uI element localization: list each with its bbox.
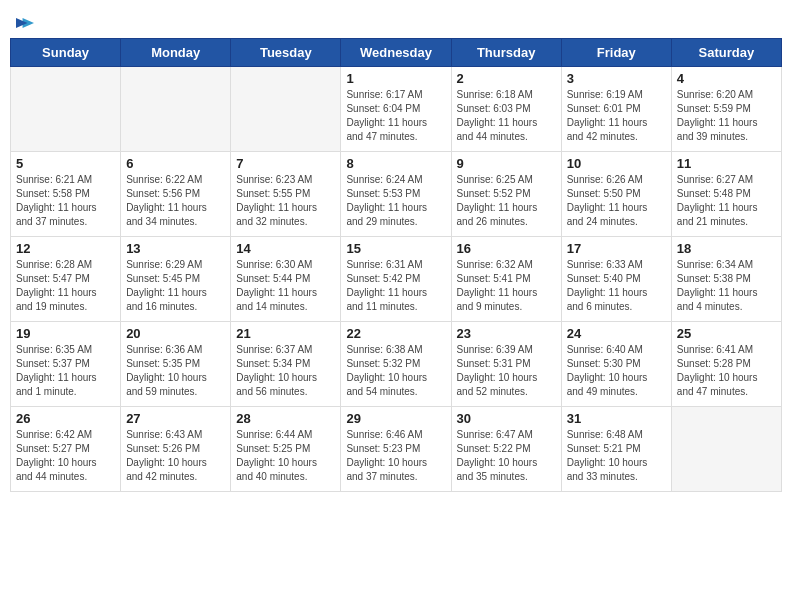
day-info: Sunrise: 6:21 AMSunset: 5:58 PMDaylight:…: [16, 173, 115, 229]
day-info: Sunrise: 6:46 AMSunset: 5:23 PMDaylight:…: [346, 428, 445, 484]
day-number: 20: [126, 326, 225, 341]
day-number: 16: [457, 241, 556, 256]
calendar-cell: 8Sunrise: 6:24 AMSunset: 5:53 PMDaylight…: [341, 152, 451, 237]
weekday-header-friday: Friday: [561, 39, 671, 67]
calendar-cell: 18Sunrise: 6:34 AMSunset: 5:38 PMDayligh…: [671, 237, 781, 322]
day-info: Sunrise: 6:38 AMSunset: 5:32 PMDaylight:…: [346, 343, 445, 399]
day-info: Sunrise: 6:30 AMSunset: 5:44 PMDaylight:…: [236, 258, 335, 314]
day-number: 28: [236, 411, 335, 426]
weekday-header-saturday: Saturday: [671, 39, 781, 67]
calendar-cell: 23Sunrise: 6:39 AMSunset: 5:31 PMDayligh…: [451, 322, 561, 407]
calendar-cell: 21Sunrise: 6:37 AMSunset: 5:34 PMDayligh…: [231, 322, 341, 407]
day-number: 18: [677, 241, 776, 256]
day-info: Sunrise: 6:39 AMSunset: 5:31 PMDaylight:…: [457, 343, 556, 399]
day-number: 23: [457, 326, 556, 341]
calendar-cell: 25Sunrise: 6:41 AMSunset: 5:28 PMDayligh…: [671, 322, 781, 407]
page-header: [10, 10, 782, 30]
calendar-cell: 12Sunrise: 6:28 AMSunset: 5:47 PMDayligh…: [11, 237, 121, 322]
day-info: Sunrise: 6:44 AMSunset: 5:25 PMDaylight:…: [236, 428, 335, 484]
day-number: 2: [457, 71, 556, 86]
day-number: 8: [346, 156, 445, 171]
day-number: 7: [236, 156, 335, 171]
calendar-cell: 9Sunrise: 6:25 AMSunset: 5:52 PMDaylight…: [451, 152, 561, 237]
calendar-cell: 16Sunrise: 6:32 AMSunset: 5:41 PMDayligh…: [451, 237, 561, 322]
day-number: 14: [236, 241, 335, 256]
day-number: 22: [346, 326, 445, 341]
weekday-header-monday: Monday: [121, 39, 231, 67]
calendar-cell: 7Sunrise: 6:23 AMSunset: 5:55 PMDaylight…: [231, 152, 341, 237]
day-number: 12: [16, 241, 115, 256]
day-info: Sunrise: 6:27 AMSunset: 5:48 PMDaylight:…: [677, 173, 776, 229]
calendar-table: SundayMondayTuesdayWednesdayThursdayFrid…: [10, 38, 782, 492]
day-info: Sunrise: 6:43 AMSunset: 5:26 PMDaylight:…: [126, 428, 225, 484]
day-number: 9: [457, 156, 556, 171]
weekday-header-thursday: Thursday: [451, 39, 561, 67]
weekday-header-tuesday: Tuesday: [231, 39, 341, 67]
calendar-cell: 11Sunrise: 6:27 AMSunset: 5:48 PMDayligh…: [671, 152, 781, 237]
day-number: 19: [16, 326, 115, 341]
day-info: Sunrise: 6:32 AMSunset: 5:41 PMDaylight:…: [457, 258, 556, 314]
logo: [14, 10, 34, 30]
day-number: 31: [567, 411, 666, 426]
day-number: 24: [567, 326, 666, 341]
day-info: Sunrise: 6:36 AMSunset: 5:35 PMDaylight:…: [126, 343, 225, 399]
day-info: Sunrise: 6:31 AMSunset: 5:42 PMDaylight:…: [346, 258, 445, 314]
calendar-cell: 26Sunrise: 6:42 AMSunset: 5:27 PMDayligh…: [11, 407, 121, 492]
day-info: Sunrise: 6:42 AMSunset: 5:27 PMDaylight:…: [16, 428, 115, 484]
day-number: 26: [16, 411, 115, 426]
calendar-cell: 15Sunrise: 6:31 AMSunset: 5:42 PMDayligh…: [341, 237, 451, 322]
day-number: 5: [16, 156, 115, 171]
day-info: Sunrise: 6:29 AMSunset: 5:45 PMDaylight:…: [126, 258, 225, 314]
calendar-cell: 20Sunrise: 6:36 AMSunset: 5:35 PMDayligh…: [121, 322, 231, 407]
day-number: 6: [126, 156, 225, 171]
calendar-cell: 10Sunrise: 6:26 AMSunset: 5:50 PMDayligh…: [561, 152, 671, 237]
calendar-cell: 19Sunrise: 6:35 AMSunset: 5:37 PMDayligh…: [11, 322, 121, 407]
day-number: 27: [126, 411, 225, 426]
day-number: 1: [346, 71, 445, 86]
day-info: Sunrise: 6:47 AMSunset: 5:22 PMDaylight:…: [457, 428, 556, 484]
day-number: 15: [346, 241, 445, 256]
day-info: Sunrise: 6:28 AMSunset: 5:47 PMDaylight:…: [16, 258, 115, 314]
calendar-cell: 5Sunrise: 6:21 AMSunset: 5:58 PMDaylight…: [11, 152, 121, 237]
calendar-cell: 30Sunrise: 6:47 AMSunset: 5:22 PMDayligh…: [451, 407, 561, 492]
day-number: 10: [567, 156, 666, 171]
day-info: Sunrise: 6:33 AMSunset: 5:40 PMDaylight:…: [567, 258, 666, 314]
calendar-cell: 6Sunrise: 6:22 AMSunset: 5:56 PMDaylight…: [121, 152, 231, 237]
calendar-cell: 31Sunrise: 6:48 AMSunset: 5:21 PMDayligh…: [561, 407, 671, 492]
calendar-cell: 24Sunrise: 6:40 AMSunset: 5:30 PMDayligh…: [561, 322, 671, 407]
day-info: Sunrise: 6:37 AMSunset: 5:34 PMDaylight:…: [236, 343, 335, 399]
day-number: 25: [677, 326, 776, 341]
calendar-cell: 22Sunrise: 6:38 AMSunset: 5:32 PMDayligh…: [341, 322, 451, 407]
calendar-cell: 27Sunrise: 6:43 AMSunset: 5:26 PMDayligh…: [121, 407, 231, 492]
calendar-cell: 4Sunrise: 6:20 AMSunset: 5:59 PMDaylight…: [671, 67, 781, 152]
day-number: 4: [677, 71, 776, 86]
day-number: 13: [126, 241, 225, 256]
logo-icon: [16, 16, 34, 30]
weekday-header-wednesday: Wednesday: [341, 39, 451, 67]
calendar-cell: 1Sunrise: 6:17 AMSunset: 6:04 PMDaylight…: [341, 67, 451, 152]
day-info: Sunrise: 6:35 AMSunset: 5:37 PMDaylight:…: [16, 343, 115, 399]
calendar-cell: [231, 67, 341, 152]
calendar-cell: 28Sunrise: 6:44 AMSunset: 5:25 PMDayligh…: [231, 407, 341, 492]
day-info: Sunrise: 6:17 AMSunset: 6:04 PMDaylight:…: [346, 88, 445, 144]
day-number: 29: [346, 411, 445, 426]
logo-text: [14, 10, 34, 34]
weekday-header-sunday: Sunday: [11, 39, 121, 67]
calendar-cell: 3Sunrise: 6:19 AMSunset: 6:01 PMDaylight…: [561, 67, 671, 152]
day-info: Sunrise: 6:40 AMSunset: 5:30 PMDaylight:…: [567, 343, 666, 399]
calendar-cell: 14Sunrise: 6:30 AMSunset: 5:44 PMDayligh…: [231, 237, 341, 322]
day-info: Sunrise: 6:18 AMSunset: 6:03 PMDaylight:…: [457, 88, 556, 144]
day-number: 21: [236, 326, 335, 341]
day-info: Sunrise: 6:23 AMSunset: 5:55 PMDaylight:…: [236, 173, 335, 229]
day-number: 17: [567, 241, 666, 256]
day-info: Sunrise: 6:22 AMSunset: 5:56 PMDaylight:…: [126, 173, 225, 229]
calendar-cell: 17Sunrise: 6:33 AMSunset: 5:40 PMDayligh…: [561, 237, 671, 322]
calendar-cell: [11, 67, 121, 152]
day-number: 11: [677, 156, 776, 171]
day-info: Sunrise: 6:34 AMSunset: 5:38 PMDaylight:…: [677, 258, 776, 314]
day-info: Sunrise: 6:26 AMSunset: 5:50 PMDaylight:…: [567, 173, 666, 229]
calendar-cell: 2Sunrise: 6:18 AMSunset: 6:03 PMDaylight…: [451, 67, 561, 152]
day-info: Sunrise: 6:19 AMSunset: 6:01 PMDaylight:…: [567, 88, 666, 144]
day-info: Sunrise: 6:24 AMSunset: 5:53 PMDaylight:…: [346, 173, 445, 229]
day-number: 3: [567, 71, 666, 86]
